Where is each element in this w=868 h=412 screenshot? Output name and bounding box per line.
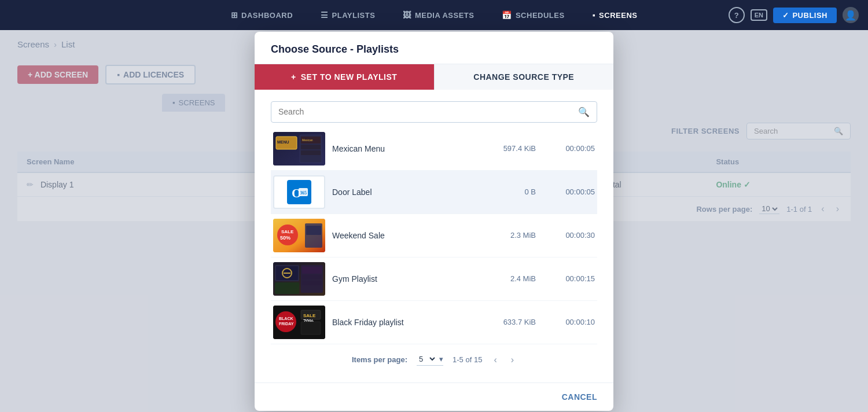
publish-button[interactable]: ✓ PUBLISH bbox=[773, 8, 837, 23]
playlist-name-mexican: Mexican Menu bbox=[332, 144, 471, 153]
nav-item-screens[interactable]: ▪ SCREENS bbox=[588, 7, 642, 23]
tab-change-label: CHANGE SOURCE TYPE bbox=[473, 72, 574, 82]
playlist-name-black-friday: Black Friday playlist bbox=[332, 318, 471, 327]
items-select-wrap[interactable]: 5 10 25 ▾ bbox=[417, 354, 443, 366]
nav-item-schedules[interactable]: 📅 SCHEDULES bbox=[497, 7, 569, 23]
nav-right-actions: ? EN ✓ PUBLISH 👤 bbox=[729, 7, 859, 23]
thumb-gym bbox=[273, 262, 325, 296]
playlist-duration-sale: 00:00:30 bbox=[543, 231, 595, 240]
media-assets-icon: 🖼 bbox=[403, 10, 411, 20]
svg-text:365: 365 bbox=[300, 190, 307, 196]
playlist-size-black-friday: 633.7 KiB bbox=[478, 318, 536, 326]
select-arrow: ▾ bbox=[439, 355, 443, 363]
plus-icon: + bbox=[291, 72, 296, 82]
modal-next-page[interactable]: › bbox=[509, 354, 516, 366]
playlist-size-mexican: 597.4 KiB bbox=[478, 144, 536, 153]
svg-text:BLACK: BLACK bbox=[279, 317, 293, 321]
modal-prev-page[interactable]: ‹ bbox=[491, 354, 499, 366]
svg-rect-7 bbox=[301, 145, 321, 149]
user-avatar[interactable]: 👤 bbox=[843, 7, 859, 23]
publish-label: PUBLISH bbox=[792, 11, 827, 20]
nav-label-media-assets: MEDIA ASSETS bbox=[415, 11, 475, 20]
choose-source-modal: Choose Source - Playlists + SET TO NEW P… bbox=[255, 32, 613, 411]
playlist-item-mexican-menu[interactable]: MENU Mexican Mexican Menu 597.4 KiB 00:0… bbox=[271, 127, 597, 171]
svg-text:50%: 50% bbox=[280, 235, 290, 241]
playlist-duration-gym: 00:00:15 bbox=[543, 274, 595, 283]
modal-page-info: 1-5 of 15 bbox=[453, 355, 482, 364]
nav-label-screens: SCREENS bbox=[599, 11, 637, 20]
modal-header: Choose Source - Playlists bbox=[255, 32, 613, 64]
modal-pagination: Items per page: 5 10 25 ▾ 1-5 of 15 ‹ › bbox=[271, 344, 597, 371]
thumb-weekend-sale: SALE 50% bbox=[273, 219, 325, 252]
playlist-item-black-friday[interactable]: BLACK FRIDAY SALE 70% Black Friday playl… bbox=[271, 301, 597, 344]
svg-text:Mexican: Mexican bbox=[302, 138, 313, 142]
schedules-icon: 📅 bbox=[502, 10, 512, 20]
dashboard-icon: ⊞ bbox=[231, 10, 238, 20]
playlist-name-sale: Weekend Sale bbox=[332, 231, 471, 240]
svg-text:MENU: MENU bbox=[277, 140, 289, 144]
top-nav: ⊞ DASHBOARD ☰ PLAYLISTS 🖼 MEDIA ASSETS 📅… bbox=[0, 0, 868, 30]
svg-rect-27 bbox=[302, 281, 322, 285]
playlist-name-gym: Gym Playlist bbox=[332, 274, 471, 284]
help-button[interactable]: ? bbox=[729, 7, 745, 23]
playlist-duration-mexican: 00:00:05 bbox=[543, 144, 595, 153]
playlist-item-weekend-sale[interactable]: SALE 50% Weekend Sale 2.3 MiB 00:00:30 bbox=[271, 214, 597, 258]
modal-footer: CANCEL bbox=[255, 382, 613, 411]
svg-rect-18 bbox=[306, 226, 321, 235]
modal-search-input[interactable] bbox=[278, 107, 578, 116]
modal-search-wrap[interactable]: 🔍 bbox=[271, 101, 597, 123]
outlook-icon: O 365 bbox=[287, 180, 311, 204]
nav-item-playlists[interactable]: ☰ PLAYLISTS bbox=[316, 7, 380, 23]
playlist-size-door: 0 B bbox=[478, 187, 536, 196]
playlist-size-sale: 2.3 MiB bbox=[478, 231, 536, 240]
nav-item-media-assets[interactable]: 🖼 MEDIA ASSETS bbox=[398, 7, 479, 23]
svg-rect-28 bbox=[275, 282, 299, 294]
playlist-item-gym[interactable]: Gym Playlist 2.4 MiB 00:00:15 bbox=[271, 258, 597, 301]
set-new-playlist-tab[interactable]: + SET TO NEW PLAYLIST bbox=[255, 64, 434, 90]
playlist-duration-door: 00:00:05 bbox=[543, 187, 595, 196]
svg-rect-8 bbox=[301, 150, 321, 155]
thumb-black-friday: BLACK FRIDAY SALE 70% bbox=[273, 306, 325, 339]
thumb-mexican-menu: MENU Mexican bbox=[273, 132, 325, 165]
modal-body: 🔍 bbox=[255, 90, 613, 382]
modal-backdrop: Choose Source - Playlists + SET TO NEW P… bbox=[0, 30, 868, 412]
modal-title: Choose Source - Playlists bbox=[271, 43, 399, 55]
lang-selector[interactable]: EN bbox=[751, 9, 767, 21]
playlist-item-door-label[interactable]: O 365 Door Label 0 B 00:00:05 bbox=[271, 171, 597, 214]
playlist-duration-black-friday: 00:00:10 bbox=[543, 318, 595, 326]
avatar-icon: 👤 bbox=[845, 10, 856, 21]
change-source-tab[interactable]: CHANGE SOURCE TYPE bbox=[434, 64, 614, 90]
nav-item-dashboard[interactable]: ⊞ DASHBOARD bbox=[226, 7, 298, 23]
svg-text:SALE: SALE bbox=[281, 229, 294, 234]
cancel-button[interactable]: CANCEL bbox=[562, 392, 597, 402]
nav-label-schedules: SCHEDULES bbox=[516, 11, 565, 20]
screens-icon: ▪ bbox=[593, 10, 595, 20]
modal-tabs: + SET TO NEW PLAYLIST CHANGE SOURCE TYPE bbox=[255, 64, 613, 90]
playlist-size-gym: 2.4 MiB bbox=[478, 274, 536, 283]
items-per-page-label: Items per page: bbox=[352, 355, 407, 364]
svg-text:SALE: SALE bbox=[303, 313, 316, 318]
modal-search-icon: 🔍 bbox=[578, 106, 590, 117]
svg-text:FRIDAY: FRIDAY bbox=[279, 322, 294, 326]
playlists-icon: ☰ bbox=[321, 10, 329, 20]
page-content: Screens › List + ADD SCREEN ▪ ADD LICENC… bbox=[0, 30, 868, 412]
tab-new-label: SET TO NEW PLAYLIST bbox=[301, 72, 398, 82]
items-per-page-select[interactable]: 5 10 25 bbox=[417, 354, 437, 364]
nav-label-playlists: PLAYLISTS bbox=[332, 11, 376, 20]
publish-check-icon: ✓ bbox=[782, 11, 789, 20]
playlist-list: MENU Mexican Mexican Menu 597.4 KiB 00:0… bbox=[271, 127, 597, 344]
svg-rect-25 bbox=[302, 267, 322, 274]
thumb-door-label: O 365 bbox=[273, 175, 325, 209]
playlist-name-door: Door Label bbox=[332, 187, 471, 197]
svg-rect-26 bbox=[302, 275, 322, 279]
nav-label-dashboard: DASHBOARD bbox=[241, 11, 293, 20]
svg-rect-36 bbox=[301, 322, 321, 334]
